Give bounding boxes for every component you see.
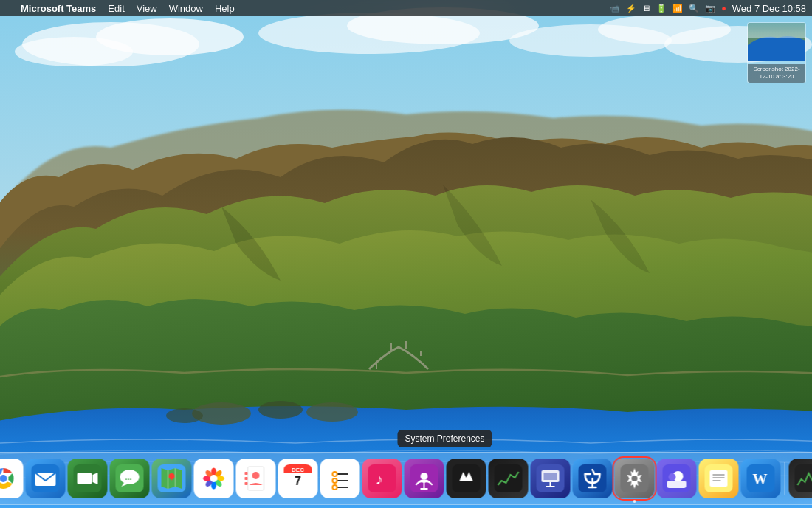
dock-icon-podcasts[interactable]: [405, 459, 444, 498]
menubar-bluetooth-icon: ⚡: [626, 4, 636, 13]
svg-text:W: W: [753, 471, 768, 487]
dock-separator: [785, 462, 785, 495]
dock-icon-contacts[interactable]: [236, 459, 276, 498]
dock-icon-chrome[interactable]: [0, 459, 24, 498]
svg-rect-45: [78, 473, 92, 484]
menubar-camera-icon: 📹: [610, 4, 620, 13]
menubar-datetime: Wed 7 Dec 10:58: [732, 3, 806, 14]
dock-icon-photos[interactable]: [194, 459, 234, 498]
svg-point-10: [258, 401, 303, 419]
svg-rect-112: [795, 464, 813, 492]
dock-icon-mail[interactable]: [26, 459, 66, 498]
svg-point-3: [15, 37, 133, 66]
svg-rect-106: [710, 470, 728, 487]
menubar-screenshot-icon: 📷: [705, 4, 715, 13]
menu-view[interactable]: View: [137, 3, 157, 14]
dock-icon-calendar[interactable]: DEC 7: [278, 459, 318, 498]
dock-icon-facetime[interactable]: [68, 459, 108, 498]
dock-icon-maps[interactable]: [152, 459, 192, 498]
dock-icon-sysprefs[interactable]: [615, 459, 655, 498]
dock: 🔵: [0, 452, 812, 505]
svg-text:...: ...: [125, 473, 132, 481]
dock-running-indicator: [633, 500, 636, 503]
dock-icon-teams[interactable]: [657, 459, 697, 498]
svg-point-11: [306, 402, 358, 422]
menubar-right: 📹 ⚡ 🖥 🔋 📶 🔍 📷 ● Wed 7 Dec 10:58: [610, 3, 806, 14]
svg-point-85: [421, 473, 428, 480]
dock-icon-word[interactable]: W: [741, 459, 781, 498]
app-name: Microsoft Teams: [21, 3, 96, 14]
menubar: Microsoft Teams Edit View Window Help 📹 …: [0, 0, 812, 16]
menubar-display-icon: 🖥: [642, 4, 650, 13]
dock-icon-messages[interactable]: ...: [110, 459, 150, 498]
screenshot-label: Screenshot 2022-12-10 at 3:20: [748, 64, 805, 83]
svg-point-66: [252, 472, 260, 479]
svg-rect-67: [245, 472, 248, 475]
svg-rect-69: [245, 482, 248, 485]
menubar-battery-icon: 🔋: [656, 4, 667, 13]
svg-rect-75: [326, 464, 354, 492]
menu-window[interactable]: Window: [169, 3, 203, 14]
svg-rect-18: [748, 23, 806, 38]
svg-rect-68: [245, 477, 248, 480]
svg-rect-94: [544, 473, 557, 480]
dock-icon-reminders[interactable]: [320, 459, 360, 498]
screenshot-thumbnail[interactable]: Screenshot 2022-12-10 at 3:20: [747, 22, 806, 83]
dock-icon-music[interactable]: ♪: [362, 459, 402, 498]
svg-rect-103: [669, 473, 676, 481]
dock-icon-keynote[interactable]: [531, 459, 571, 498]
dock-icon-notes[interactable]: [699, 459, 739, 498]
menubar-left: Microsoft Teams Edit View Window Help: [6, 3, 235, 14]
svg-rect-104: [667, 481, 687, 488]
dock-icon-activity-monitor[interactable]: [789, 459, 813, 498]
menu-help[interactable]: Help: [215, 3, 235, 14]
menubar-wifi-icon: 📶: [672, 4, 683, 13]
svg-point-100: [632, 476, 638, 481]
svg-text:DEC: DEC: [292, 467, 304, 473]
dock-icon-appstore[interactable]: [573, 459, 613, 498]
menubar-color-icon: ●: [721, 4, 726, 13]
svg-text:7: 7: [295, 475, 301, 487]
dock-icon-stocks[interactable]: [489, 459, 529, 498]
svg-point-63: [210, 475, 218, 482]
svg-text:♪: ♪: [376, 471, 383, 487]
svg-point-12: [166, 408, 203, 423]
dock-icon-appletv[interactable]: [447, 459, 486, 498]
menubar-search-icon[interactable]: 🔍: [689, 4, 699, 13]
menu-edit[interactable]: Edit: [108, 3, 124, 14]
